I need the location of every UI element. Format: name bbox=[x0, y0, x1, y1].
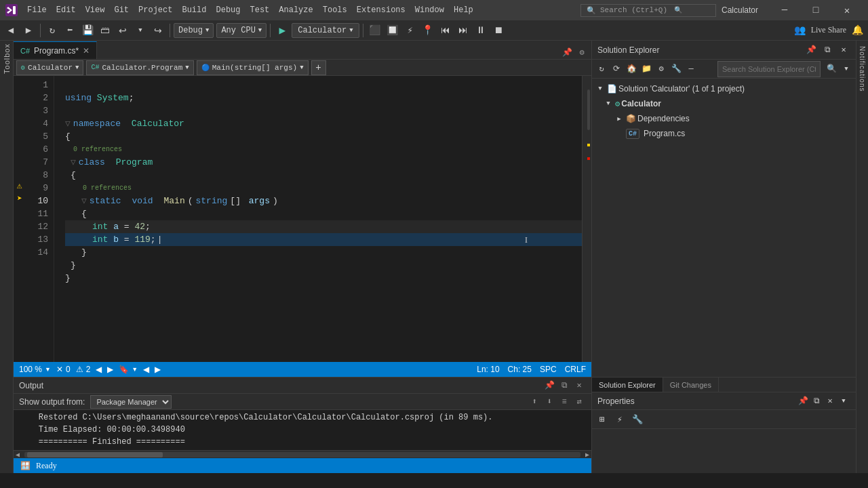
tb-btn7[interactable]: ⏮ bbox=[437, 22, 454, 39]
se-settings-btn[interactable]: ⚙ bbox=[654, 62, 668, 76]
refresh-button[interactable]: ↻ bbox=[44, 22, 60, 39]
menu-git[interactable]: Git bbox=[110, 4, 133, 16]
collapse-namespace[interactable]: ▽ bbox=[65, 117, 71, 130]
tree-project[interactable]: ▼ ⚙ Calculator bbox=[592, 96, 856, 111]
tb-btn5[interactable]: ⚡ bbox=[402, 22, 418, 39]
expand-solution[interactable]: ▼ bbox=[595, 83, 606, 94]
status-git2[interactable]: ▶ bbox=[155, 365, 161, 374]
se-tab-solution[interactable]: Solution Explorer bbox=[592, 378, 663, 392]
nav-namespace-dropdown[interactable]: ⚙ Calculator ▼ bbox=[16, 60, 83, 75]
props-grid-btn[interactable]: ⊞ bbox=[595, 412, 610, 427]
tb-save[interactable]: 💾 bbox=[79, 22, 96, 39]
debug-config-dropdown[interactable]: Debug ▼ bbox=[174, 23, 214, 38]
status-warnings[interactable]: ⚠ 2 bbox=[76, 365, 91, 374]
tb-btn8[interactable]: ⏭ bbox=[455, 22, 471, 39]
output-action4[interactable]: ⇄ bbox=[572, 395, 586, 409]
forward-button[interactable]: ▶ bbox=[20, 22, 37, 39]
se-sync-btn[interactable]: ↻ bbox=[595, 62, 608, 76]
menu-tools[interactable]: Tools bbox=[319, 4, 351, 16]
expand-project[interactable]: ▼ bbox=[603, 98, 614, 109]
props-sort-btn[interactable]: ⚡ bbox=[612, 412, 627, 427]
menu-window[interactable]: Window bbox=[411, 4, 448, 16]
tb-redo[interactable]: ↪ bbox=[150, 22, 166, 39]
props-wrench-btn[interactable]: 🔧 bbox=[630, 412, 645, 427]
se-minus-btn[interactable]: ─ bbox=[684, 62, 698, 76]
status-git[interactable]: ◀ bbox=[143, 365, 149, 374]
se-search-btn[interactable]: 🔍 bbox=[825, 62, 838, 76]
se-search-input[interactable] bbox=[717, 61, 821, 77]
tb-undo[interactable]: ↩ bbox=[115, 22, 131, 39]
tb-live-share-icon[interactable]: 👥 bbox=[792, 22, 808, 39]
tb-save-all[interactable]: 🗃 bbox=[97, 22, 113, 39]
scroll-right-arrow[interactable]: ▶ bbox=[583, 451, 591, 459]
menu-view[interactable]: View bbox=[81, 4, 109, 16]
output-float[interactable]: ⧉ bbox=[557, 379, 571, 392]
nav-add-button[interactable]: + bbox=[311, 60, 326, 75]
se-refresh-btn[interactable]: ⟳ bbox=[610, 62, 623, 76]
tb-btn2[interactable]: ⬅ bbox=[62, 22, 78, 39]
tb-btn3[interactable]: ⬛ bbox=[367, 22, 383, 39]
se-folder-btn[interactable]: 📁 bbox=[639, 62, 653, 76]
se-filter-btn[interactable]: 🔧 bbox=[669, 62, 683, 76]
tb-undo-drop[interactable]: ▼ bbox=[132, 22, 149, 39]
tab-action-menu[interactable]: ⚙ bbox=[575, 45, 589, 59]
status-encoding[interactable]: CRLF bbox=[565, 365, 586, 374]
project-dropdown[interactable]: Calculator ▼ bbox=[292, 23, 359, 38]
collapse-method[interactable]: ▽ bbox=[81, 195, 87, 207]
output-pin[interactable]: 📌 bbox=[542, 379, 556, 392]
se-tab-git[interactable]: Git Changes bbox=[663, 378, 719, 392]
run-button[interactable]: ▶ bbox=[274, 22, 290, 39]
props-close[interactable]: ✕ bbox=[823, 394, 837, 408]
menu-debug[interactable]: Debug bbox=[212, 4, 244, 16]
tree-solution[interactable]: ▼ 📄 Solution 'Calculator' (1 of 1 projec… bbox=[592, 81, 856, 96]
tb-btn10[interactable]: ⏹ bbox=[490, 22, 507, 39]
minimize-button[interactable]: ─ bbox=[769, 0, 800, 20]
menu-test[interactable]: Test bbox=[246, 4, 274, 16]
collapse-class[interactable]: ▽ bbox=[71, 156, 76, 169]
expand-dependencies[interactable]: ▶ bbox=[614, 113, 625, 124]
menu-extensions[interactable]: Extensions bbox=[353, 4, 410, 16]
tree-programcs[interactable]: C# Program.cs bbox=[592, 126, 856, 141]
se-close-btn[interactable]: ✕ bbox=[837, 43, 850, 57]
props-down[interactable]: ▼ bbox=[837, 394, 850, 408]
output-source-select[interactable]: Package Manager Build Debug bbox=[90, 395, 172, 409]
code-content[interactable]: using System; ▽ namespace Calculator { bbox=[54, 76, 582, 362]
tb-btn9[interactable]: ⏸ bbox=[473, 22, 489, 39]
bottom-scroll-track[interactable] bbox=[24, 452, 580, 458]
status-nav-fwd[interactable]: ▶ bbox=[107, 365, 113, 374]
output-action3[interactable]: ≡ bbox=[557, 395, 571, 409]
output-action1[interactable]: ⬆ bbox=[528, 395, 541, 409]
editor-scrollbar[interactable] bbox=[582, 76, 591, 362]
menu-help[interactable]: Help bbox=[450, 4, 477, 16]
se-float-btn[interactable]: ⧉ bbox=[821, 43, 834, 57]
menu-edit[interactable]: Edit bbox=[52, 4, 80, 16]
menu-analyze[interactable]: Analyze bbox=[275, 4, 317, 16]
tb-btn6[interactable]: 📍 bbox=[420, 22, 436, 39]
status-errors[interactable]: ✕ 0 bbox=[56, 365, 71, 374]
close-button[interactable]: ✕ bbox=[831, 0, 863, 20]
nav-method-dropdown[interactable]: 🔵 Main(string[] args) ▼ bbox=[197, 60, 309, 75]
tab-action-pin[interactable]: 📌 bbox=[560, 45, 574, 59]
nav-class-dropdown[interactable]: C# Calculator.Program ▼ bbox=[86, 60, 193, 75]
platform-dropdown[interactable]: Any CPU ▼ bbox=[216, 23, 267, 38]
tree-dependencies[interactable]: ▶ 📦 Dependencies bbox=[592, 111, 856, 126]
maximize-button[interactable]: □ bbox=[800, 0, 831, 20]
tab-close-button[interactable]: ✕ bbox=[83, 46, 90, 56]
se-search-drop[interactable]: ▼ bbox=[840, 62, 853, 76]
code-editor[interactable]: ⚠ ➤ 1 2 3 4 5 6 7 8 9 bbox=[14, 76, 591, 362]
output-close[interactable]: ✕ bbox=[572, 379, 586, 392]
status-zoom[interactable]: 100 % ▼ bbox=[19, 365, 51, 374]
tb-notifications[interactable]: 🔔 bbox=[849, 22, 865, 39]
bottom-scrollbar[interactable]: ◀ ▶ bbox=[14, 450, 591, 458]
props-float[interactable]: ⧉ bbox=[810, 394, 823, 408]
tab-program-cs[interactable]: C# Program.cs* ✕ bbox=[14, 41, 97, 59]
title-search-box[interactable]: 🔍 Search (Ctrl+Q) 🔍 bbox=[580, 4, 716, 17]
tb-btn4[interactable]: 🔲 bbox=[384, 22, 401, 39]
scroll-left-arrow[interactable]: ◀ bbox=[14, 451, 22, 459]
live-share-label[interactable]: Live Share bbox=[811, 25, 846, 35]
status-nav-back[interactable]: ◀ bbox=[96, 365, 102, 374]
menu-project[interactable]: Project bbox=[134, 4, 176, 16]
se-pin-btn[interactable]: 📌 bbox=[804, 43, 818, 57]
status-bookmark[interactable]: 🔖 ▼ bbox=[119, 365, 138, 374]
back-button[interactable]: ◀ bbox=[3, 22, 19, 39]
